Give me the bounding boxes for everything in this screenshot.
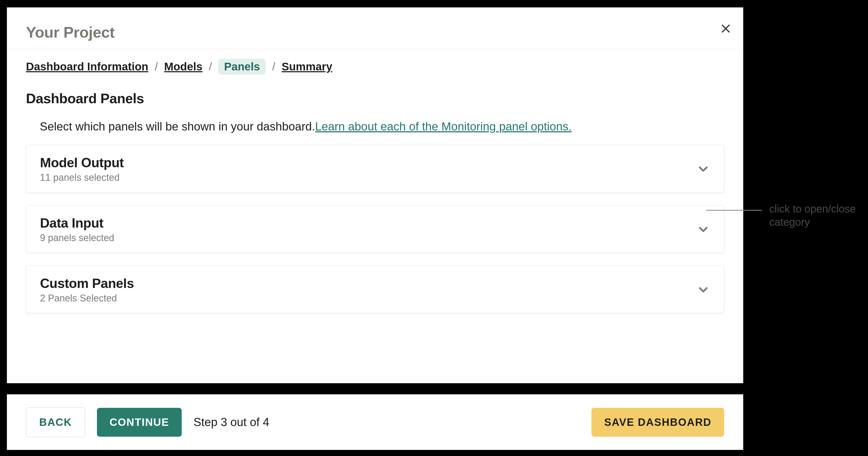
card-subtitle: 2 Panels Selected: [40, 293, 134, 304]
modal-body: Your Project Dashboard Information /: [7, 7, 743, 383]
footer-left: BACK CONTINUE Step 3 out of 4: [26, 407, 269, 437]
chevron-down-icon: [696, 283, 710, 297]
page-description-text: Select which panels will be shown in you…: [40, 120, 315, 133]
app-window: Your Project Dashboard Information /: [7, 7, 743, 450]
breadcrumb-separator: /: [272, 60, 275, 73]
page-title: Dashboard Panels: [26, 91, 724, 106]
diagram-frame: Your Project Dashboard Information /: [0, 0, 868, 456]
divider-strip: [7, 383, 743, 394]
category-card-model-output[interactable]: Model Output 11 panels selected: [26, 145, 724, 192]
card-text: Data Input 9 panels selected: [40, 216, 114, 243]
card-text: Model Output 11 panels selected: [40, 155, 124, 183]
section-header: Dashboard Panels Select which panels wil…: [7, 80, 743, 134]
learn-more-link[interactable]: Learn about each of the Monitoring panel…: [315, 120, 571, 133]
close-button[interactable]: [718, 21, 734, 37]
crumb-panels[interactable]: Panels: [218, 59, 266, 75]
wizard-footer: BACK CONTINUE Step 3 out of 4 SAVE DASHB…: [7, 394, 743, 450]
step-indicator: Step 3 out of 4: [193, 416, 269, 429]
project-title: Your Project: [26, 23, 724, 41]
breadcrumb-separator: /: [209, 60, 212, 73]
breadcrumb: Dashboard Information / Models / Panels …: [7, 49, 743, 80]
card-text: Custom Panels 2 Panels Selected: [40, 276, 134, 304]
callout-line: [706, 210, 762, 211]
save-dashboard-button[interactable]: SAVE DASHBOARD: [591, 408, 724, 437]
category-card-data-input[interactable]: Data Input 9 panels selected: [26, 205, 724, 253]
callout-text: click to open/close category: [769, 202, 865, 229]
close-icon: [720, 23, 732, 35]
crumb-dashboard-information[interactable]: Dashboard Information: [26, 60, 148, 73]
modal-header: Your Project: [7, 7, 743, 49]
chevron-down-icon: [696, 223, 710, 236]
card-title: Model Output: [40, 155, 124, 170]
breadcrumb-separator: /: [155, 60, 158, 73]
card-title: Custom Panels: [40, 276, 134, 291]
back-button[interactable]: BACK: [26, 407, 85, 437]
card-subtitle: 11 panels selected: [40, 172, 124, 183]
crumb-models[interactable]: Models: [164, 60, 203, 73]
chevron-down-icon: [696, 162, 710, 176]
card-title: Data Input: [40, 216, 114, 231]
category-card-custom-panels[interactable]: Custom Panels 2 Panels Selected: [26, 265, 724, 313]
category-list: Model Output 11 panels selected Data Inp…: [7, 145, 743, 324]
page-description: Select which panels will be shown in you…: [26, 119, 724, 134]
crumb-summary[interactable]: Summary: [282, 60, 332, 73]
continue-button[interactable]: CONTINUE: [97, 408, 182, 437]
card-subtitle: 9 panels selected: [40, 232, 114, 243]
